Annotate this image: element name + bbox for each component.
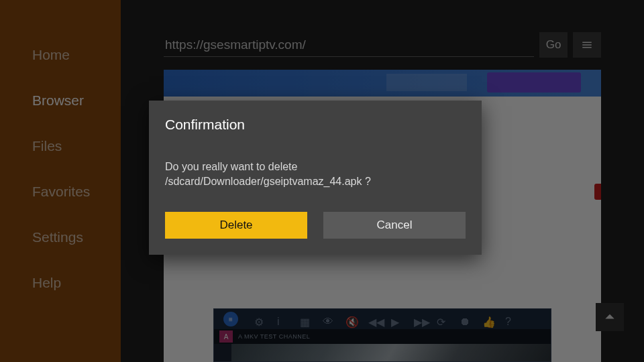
dialog-message: Do you really want to delete /sdcard/Dow… <box>165 160 420 188</box>
modal-overlay: Confirmation Do you really want to delet… <box>0 0 644 362</box>
confirmation-dialog: Confirmation Do you really want to delet… <box>149 101 482 254</box>
cancel-button[interactable]: Cancel <box>323 212 466 239</box>
dialog-actions: Delete Cancel <box>165 212 466 239</box>
app-root: Home Browser Files Favorites Settings He… <box>0 0 644 362</box>
delete-button[interactable]: Delete <box>165 212 307 239</box>
dialog-title: Confirmation <box>165 117 466 133</box>
